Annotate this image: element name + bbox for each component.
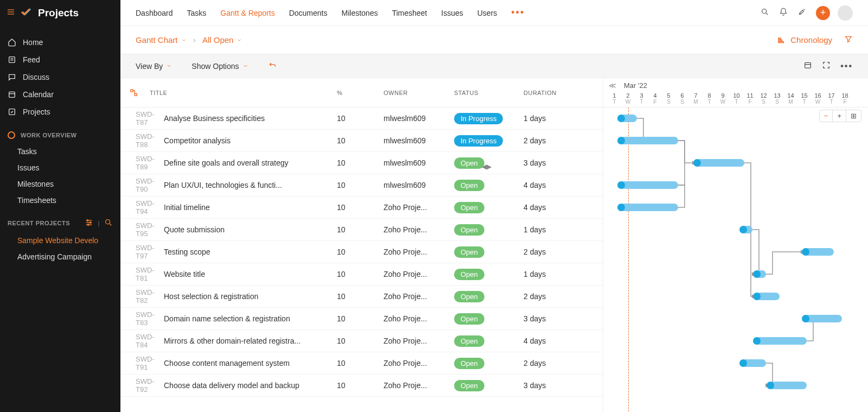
gantt-bar[interactable] [620,137,678,144]
col-title[interactable]: TITLE [148,90,329,96]
overview-item-issues[interactable]: Issues [0,160,120,176]
more-icon[interactable]: ••• [511,7,525,18]
filter-icon[interactable] [844,35,853,46]
sidebar-item-projects[interactable]: Projects [0,103,120,121]
task-duration: 3 days [524,381,589,390]
gantt-bar-start[interactable] [753,293,761,300]
sidebar-item-home[interactable]: Home [0,34,120,51]
gantt-bar-start[interactable] [802,248,809,256]
task-title: Initial timeline [164,203,329,212]
table-row[interactable]: SWD-T83Domain name selection & registrat… [120,308,603,330]
more-icon[interactable]: ••• [840,61,853,71]
crumb-gantt-chart[interactable]: Gantt Chart [136,35,187,45]
gantt-bar-start[interactable] [802,315,809,322]
gantt-bar[interactable] [620,181,678,189]
grid-body[interactable]: SWD-T87Analyse Business specificities10m… [120,107,603,412]
tab-tasks[interactable]: Tasks [187,9,207,17]
sidebar-item-feed[interactable]: Feed [0,51,120,68]
gantt-bar-start[interactable] [739,226,747,233]
gantt-bar-start[interactable] [617,181,625,189]
task-percent: 10 [329,270,384,278]
svg-rect-25 [131,90,133,92]
gantt-bar-start[interactable] [617,204,625,211]
tab-milestones[interactable]: Milestones [342,9,378,17]
gantt-bar-start[interactable] [617,115,625,122]
gantt-prev-icon[interactable]: ≪ [609,81,616,90]
table-row[interactable]: SWD-T97Testing scope10Zoho Proje...Open2… [120,241,603,263]
gantt-bar-start[interactable] [753,270,761,278]
table-row[interactable]: SWD-T92Choose data delivery model and ba… [120,375,603,397]
gantt-bar[interactable] [755,337,807,345]
gantt-bar[interactable] [804,315,842,322]
column-resizer[interactable]: ◀▶ [482,163,492,170]
settings-icon[interactable] [85,218,93,228]
overview-item-tasks[interactable]: Tasks [0,143,120,160]
table-row[interactable]: SWD-T95Quote submission10Zoho Proje...Op… [120,219,603,241]
svg-point-15 [106,220,110,224]
col-duration[interactable]: DURATION [524,90,589,96]
tab-issues[interactable]: Issues [441,9,463,17]
gantt-bar-start[interactable] [767,382,774,389]
zoom-out-button[interactable]: − [820,110,833,122]
chronology-button[interactable]: Chronology [777,35,832,45]
recent-project[interactable]: Sample Website Develo [0,232,120,249]
task-owner: Zoho Proje... [384,225,454,234]
tab-gantt-reports[interactable]: Gantt & Reports [220,9,275,17]
task-id: SWD-T84 [120,333,164,349]
table-row[interactable]: SWD-T87Analyse Business specificities10m… [120,107,603,130]
sidebar-item-discuss[interactable]: Discuss [0,68,120,86]
tab-dashboard[interactable]: Dashboard [136,9,173,17]
gantt-bar-start[interactable] [739,359,747,367]
gantt-bar[interactable] [769,382,807,389]
zoom-in-button[interactable]: + [832,110,846,122]
gantt-bar[interactable] [620,204,678,211]
main: DashboardTasksGantt & ReportsDocumentsMi… [120,0,868,412]
table-row[interactable]: SWD-T88Competitor analysis10mlweslm609In… [120,130,603,152]
table-row[interactable]: SWD-T89Define site goals and overall str… [120,152,603,174]
tools-icon[interactable] [797,8,806,18]
gantt-bar-start[interactable] [693,159,701,167]
fullscreen-icon[interactable] [822,61,831,72]
tab-users[interactable]: Users [477,9,497,17]
table-row[interactable]: SWD-T84Mirrors & other domain-related re… [120,330,603,352]
add-button[interactable]: + [816,6,830,20]
col-percent[interactable]: % [329,90,384,96]
table-row[interactable]: SWD-T81Website title10Zoho Proje...Open1… [120,263,603,286]
gantt-bar[interactable] [695,159,744,167]
zoom-fit-button[interactable]: ⊞ [846,110,861,122]
table-row[interactable]: SWD-T90Plan UX/UI, technologies & functi… [120,174,603,197]
sidebar-item-calendar[interactable]: Calendar [0,86,120,103]
gantt-body[interactable]: − + ⊞ [603,107,868,411]
task-owner: mlweslm609 [384,159,454,167]
tab-timesheet[interactable]: Timesheet [392,9,427,17]
col-owner[interactable]: OWNER [384,90,454,96]
overview-item-timesheets[interactable]: Timesheets [0,192,120,208]
today-icon[interactable] [803,61,812,72]
bell-icon[interactable] [779,8,788,18]
avatar[interactable] [838,5,853,21]
task-title: Define site goals and overall strategy [164,159,329,167]
table-row[interactable]: SWD-T91Choose content management system1… [120,352,603,375]
menu-icon[interactable] [7,8,15,18]
recent-project[interactable]: Advertising Campaign [0,249,120,265]
view-by-dropdown[interactable]: View By [136,62,172,71]
col-status[interactable]: STATUS [454,90,524,96]
undo-icon[interactable] [268,61,277,72]
tab-documents[interactable]: Documents [289,9,328,17]
search-icon[interactable] [104,218,113,228]
sidebar-header: Projects [0,0,120,26]
search-icon[interactable] [761,8,769,18]
task-title: Competitor analysis [164,136,329,145]
gantt-bar-start[interactable] [753,337,761,345]
gantt-chart: ≪ Mar '22 1T2W3T4F5S6S7M8T9W10T11F12S13S… [603,78,868,412]
svg-point-19 [799,14,800,14]
hierarchy-icon[interactable] [120,88,148,97]
table-row[interactable]: SWD-T94Initial timeline10Zoho Proje...Op… [120,197,603,219]
task-duration: 1 days [524,270,589,278]
table-row[interactable]: SWD-T82Host selection & registration10Zo… [120,286,603,308]
show-options-dropdown[interactable]: Show Options [192,62,248,71]
overview-item-milestones[interactable]: Milestones [0,176,120,192]
gantt-bar-start[interactable] [617,137,625,144]
crumb-all-open[interactable]: All Open [202,35,242,45]
task-duration: 1 days [524,225,589,234]
